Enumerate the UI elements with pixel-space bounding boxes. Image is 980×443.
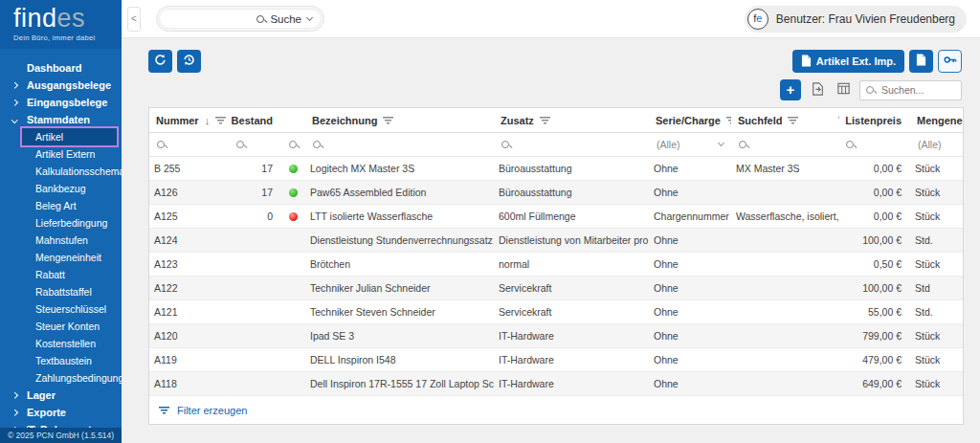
column-header-mengeneinheit[interactable]: Mengeneinheit xyxy=(910,108,963,132)
reload-history-button[interactable] xyxy=(177,50,201,73)
table-row[interactable]: A118Dell Inspiron 17R-1555 17 Zoll Lapto… xyxy=(149,372,963,396)
table-row[interactable]: A124Dienstleistung Stundenverrechnungssa… xyxy=(149,229,963,253)
sidebar-item-beleg-art[interactable]: Beleg Art xyxy=(0,197,122,214)
export-data-button[interactable] xyxy=(808,80,827,100)
cell-zusatz: 600ml Füllmenge xyxy=(494,205,649,228)
sidebar-item-label: Lager xyxy=(27,389,56,401)
cell-serie-charge: Ohne xyxy=(649,348,731,371)
sidebar-item-rabatt[interactable]: Rabatt xyxy=(0,266,122,283)
column-header-zusatz[interactable]: Zusatz xyxy=(494,108,649,132)
copyright-footer: © 2025 PCN GmbH (1.5.514) xyxy=(0,428,122,443)
sidebar-item-mahnstufen[interactable]: Mahnstufen xyxy=(0,232,122,249)
api-key-button[interactable] xyxy=(938,50,962,73)
cell-mengeneinheit: Stück xyxy=(910,372,963,395)
toolbar-right-group: Artikel Ext. Imp. xyxy=(792,50,962,73)
cell-bestand: 0 xyxy=(229,205,281,228)
sidebar-item-lieferbedingung[interactable]: Lieferbedingung xyxy=(0,214,122,232)
column-label: Bestand xyxy=(232,115,273,126)
sidebar-item-dashboard[interactable]: Dashboard xyxy=(0,59,122,77)
sidebar-item-artikel-extern[interactable]: Artikel Extern xyxy=(0,145,122,163)
sidebar-item-exporte[interactable]: Exporte xyxy=(0,404,122,421)
sidebar-item-lager[interactable]: Lager xyxy=(0,387,122,404)
table-row[interactable]: A121Techniker Steven SchneiderServicekra… xyxy=(149,300,963,324)
filter-cell-mengeneinheit[interactable]: (Alle) xyxy=(910,133,963,156)
filter-cell-zusatz[interactable] xyxy=(494,133,649,156)
cell-status xyxy=(281,229,305,252)
cell-bezeichnung: Brötchen xyxy=(305,253,494,276)
filter-cell-bezeichnung[interactable] xyxy=(305,133,494,156)
create-filter-link[interactable]: Filter erzeugen xyxy=(177,405,247,416)
column-header-bestand[interactable]: Bestand xyxy=(229,108,281,132)
column-header-serie-charge[interactable]: Serie/Charge xyxy=(649,108,731,132)
chevron-down-icon xyxy=(11,117,17,122)
sidebar-item-zahlungsbedingung[interactable]: Zahlungsbedingung xyxy=(0,369,122,387)
artikel-ext-import-button[interactable]: Artikel Ext. Imp. xyxy=(792,50,904,73)
cell-status xyxy=(281,324,305,347)
cell-bestand xyxy=(229,253,281,276)
sidebar-item-ausgangsbelege[interactable]: Ausgangsbelege xyxy=(0,77,122,94)
cell-suchfeld xyxy=(731,300,838,323)
sidebar-item-rabattstaffel[interactable]: Rabattstaffel xyxy=(0,283,122,300)
cell-mengeneinheit: Std. xyxy=(910,300,963,323)
refresh-button[interactable] xyxy=(148,50,172,73)
sidebar-item-steuerschl-ssel[interactable]: Steuerschlüssel xyxy=(0,300,122,318)
global-search-label: Suche xyxy=(270,13,301,25)
sidebar-item-label: Dokumente xyxy=(40,424,98,428)
stock-status-dot-green xyxy=(289,188,298,197)
cell-zusatz: IT-Hardware xyxy=(494,348,649,371)
filter-cell-nummer[interactable] xyxy=(149,133,229,156)
global-search-inner[interactable]: Suche xyxy=(159,9,322,29)
filter-cell-listenpreis[interactable] xyxy=(838,133,910,156)
column-header-status[interactable] xyxy=(281,108,305,132)
filter-cell-status[interactable] xyxy=(281,133,305,156)
filter-icon[interactable] xyxy=(215,117,226,124)
sidebar-item-mengeneinheit[interactable]: Mengeneinheit xyxy=(0,249,122,266)
cell-status xyxy=(281,253,305,276)
sidebar-item-eingangsbelege[interactable]: Eingangsbelege xyxy=(0,94,122,111)
filter-cell-serie-charge[interactable]: (Alle) xyxy=(649,133,731,156)
filter-icon[interactable] xyxy=(540,117,550,124)
file-action-button[interactable] xyxy=(909,50,933,73)
sidebar-item-steuer-konten[interactable]: Steuer Konten xyxy=(0,318,122,335)
table-row[interactable]: A120Ipad SE 3IT-HardwareOhne799,00 €Stüc… xyxy=(149,324,963,348)
column-header-bezeichnung[interactable]: Bezeichnung xyxy=(305,108,494,132)
cell-bezeichnung: Techniker Julian Schneider xyxy=(305,277,494,299)
table-row[interactable]: A12617Paw65 Assembled EditionBüroausstat… xyxy=(149,181,963,205)
cell-status xyxy=(281,300,305,323)
filter-cell-suchfeld[interactable] xyxy=(731,133,838,156)
sidebar-item-label: Artikel Extern xyxy=(35,148,95,160)
filter-icon[interactable] xyxy=(383,117,393,124)
table-row[interactable]: B 25517Logitech MX Master 3SBüroausstatt… xyxy=(149,157,963,181)
table-row[interactable]: A122Techniker Julian SchneiderServicekra… xyxy=(149,277,963,300)
filter-cell-bestand[interactable] xyxy=(229,133,281,156)
table-row[interactable]: A1250LTT isolierte Wasserflasche600ml Fü… xyxy=(149,205,963,229)
column-header-listenpreis[interactable]: Listenpreis xyxy=(838,108,910,132)
chevron-down-icon[interactable] xyxy=(306,13,313,20)
filter-icon[interactable] xyxy=(838,117,839,124)
column-header-suchfeld[interactable]: Suchfeld xyxy=(731,108,838,132)
global-search[interactable]: Suche xyxy=(156,6,324,32)
sidebar-collapse-button[interactable]: < xyxy=(127,7,141,32)
toolbar-left-group xyxy=(148,50,201,73)
sidebar-item-textbaustein[interactable]: Textbaustein xyxy=(0,352,122,369)
sidebar-nav: DashboardAusgangsbelegeEingangsbelegeSta… xyxy=(0,49,122,428)
sidebar-item-bankbezug[interactable]: Bankbezug xyxy=(0,180,122,197)
user-badge[interactable]: fe Benutzer: Frau Vivien Freudenberg xyxy=(745,6,967,33)
column-chooser-button[interactable] xyxy=(834,80,853,100)
cell-listenpreis: 0,00 € xyxy=(838,205,910,228)
add-row-button[interactable]: + xyxy=(780,79,801,100)
chevron-down-icon[interactable] xyxy=(718,140,724,146)
sidebar-item-stammdaten[interactable]: Stammdaten xyxy=(0,111,122,128)
sidebar-item-label: Kostenstellen xyxy=(35,338,96,349)
sidebar-item-kostenstellen[interactable]: Kostenstellen xyxy=(0,335,122,352)
cell-zusatz: Servicekraft xyxy=(494,300,649,323)
cell-bezeichnung: Dell Inspiron 17R-1555 17 Zoll Laptop Sc… xyxy=(305,372,494,395)
sidebar-item-artikel[interactable]: Artikel xyxy=(22,128,117,145)
sidebar-item-kalkulationsschema[interactable]: Kalkulationsschema xyxy=(0,163,122,180)
table-row[interactable]: A119DELL Inspiron I548IT-HardwareOhne479… xyxy=(149,348,963,372)
cell-mengeneinheit: Stück xyxy=(910,253,963,276)
filter-icon[interactable] xyxy=(788,117,798,124)
table-row[interactable]: A123BrötchennormalOhne0,50 €Stück xyxy=(149,253,963,277)
column-header-nummer[interactable]: Nummer↓ xyxy=(149,108,229,132)
sidebar-item-dokumente[interactable]: Dokumente xyxy=(0,421,122,428)
